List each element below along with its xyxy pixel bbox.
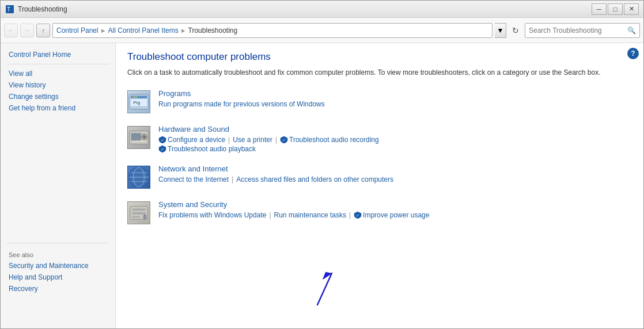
security-info: System and Security Fix problems with Wi… xyxy=(158,200,429,219)
hardware-info: Hardware and Sound ✓ Configure a device … xyxy=(158,125,379,153)
sep-3: | xyxy=(232,175,233,183)
main-area: Control Panel Home View all View history… xyxy=(1,43,643,328)
forward-button[interactable]: → xyxy=(20,24,34,37)
category-programs: Prg Programs Run programs made for previ… xyxy=(127,89,632,113)
link-maintenance-tasks[interactable]: Run maintenance tasks xyxy=(274,211,346,219)
svg-rect-24 xyxy=(132,212,146,215)
search-box: 🔍 xyxy=(525,23,640,38)
link-windows-update[interactable]: Fix problems with Windows Update xyxy=(158,211,266,219)
window-title: Troubleshooting xyxy=(18,5,592,13)
minimize-button[interactable]: ─ xyxy=(592,3,607,15)
maximize-button[interactable]: □ xyxy=(608,3,623,15)
link-shared-files[interactable]: Access shared files and folders on other… xyxy=(236,175,393,183)
titlebar: T Troubleshooting ─ □ ✕ xyxy=(1,1,643,18)
svg-rect-23 xyxy=(132,208,146,211)
search-icon: 🔍 xyxy=(627,26,636,35)
addressbar: ← → ↑ Control Panel ► All Control Panel … xyxy=(1,18,643,43)
sep-4: | xyxy=(269,211,271,219)
svg-rect-10 xyxy=(131,133,141,140)
sep-1: | xyxy=(228,136,230,144)
network-icon xyxy=(127,166,150,189)
svg-point-7 xyxy=(136,97,137,98)
path-sep-2: ► xyxy=(180,27,187,34)
hardware-icon xyxy=(127,126,150,149)
sidebar-view-history[interactable]: View history xyxy=(1,79,115,91)
address-dropdown[interactable]: ▼ xyxy=(495,23,506,38)
page-title: Troubleshoot computer problems xyxy=(127,51,632,63)
shield-audio-rec: ✓ xyxy=(280,136,288,144)
cursor-arrow xyxy=(312,267,346,315)
security-icon xyxy=(127,201,150,224)
category-network: Network and Internet Connect to the Inte… xyxy=(127,164,632,189)
sidebar-divider-2 xyxy=(6,243,109,243)
sidebar: Control Panel Home View all View history… xyxy=(1,43,116,328)
refresh-button[interactable]: ↻ xyxy=(509,24,522,37)
svg-text:✓: ✓ xyxy=(161,147,164,151)
sidebar-change-settings[interactable]: Change settings xyxy=(1,91,115,102)
window: T Troubleshooting ─ □ ✕ ← → ↑ Control Pa… xyxy=(0,0,644,329)
shield-configure: ✓ xyxy=(158,136,166,144)
link-power-usage[interactable]: Improve power usage xyxy=(363,211,429,219)
sidebar-security-maintenance[interactable]: Security and Maintenance xyxy=(1,260,115,271)
sep-5: | xyxy=(349,211,351,219)
sidebar-view-all[interactable]: View all xyxy=(1,68,115,79)
address-path: Control Panel ► All Control Panel Items … xyxy=(52,23,493,38)
path-allitems[interactable]: All Control Panel Items xyxy=(108,26,179,35)
path-current: Troubleshooting xyxy=(188,26,238,35)
shield-power: ✓ xyxy=(354,211,362,219)
svg-text:T: T xyxy=(7,6,10,13)
app-icon: T xyxy=(5,5,14,14)
close-button[interactable]: ✕ xyxy=(624,3,639,15)
network-title[interactable]: Network and Internet xyxy=(158,164,393,173)
sidebar-get-help[interactable]: Get help from a friend xyxy=(1,102,115,114)
path-controlpanel[interactable]: Control Panel xyxy=(56,26,99,35)
svg-rect-4 xyxy=(131,96,147,99)
category-hardware: Hardware and Sound ✓ Configure a device … xyxy=(127,125,632,153)
help-button[interactable]: ? xyxy=(627,48,639,59)
svg-rect-27 xyxy=(145,214,146,216)
link-audio-playback[interactable]: Troubleshoot audio playback xyxy=(168,145,256,153)
path-sep-1: ► xyxy=(100,27,107,34)
hardware-links: ✓ Configure a device | Use a printer | ✓… xyxy=(158,136,379,144)
svg-text:✓: ✓ xyxy=(356,213,359,217)
up-button[interactable]: ↑ xyxy=(36,24,50,37)
programs-info: Programs Run programs made for previous … xyxy=(158,89,325,108)
sidebar-recovery[interactable]: Recovery xyxy=(1,283,115,294)
link-connect-internet[interactable]: Connect to the Internet xyxy=(158,175,229,183)
security-title[interactable]: System and Security xyxy=(158,200,429,209)
link-audio-recording[interactable]: Troubleshoot audio recording xyxy=(289,136,379,144)
svg-point-6 xyxy=(134,97,135,98)
network-info: Network and Internet Connect to the Inte… xyxy=(158,164,393,183)
see-also-title: See also xyxy=(1,247,115,260)
shield-audio-play: ✓ xyxy=(158,145,166,153)
sep-2: | xyxy=(275,136,277,144)
svg-point-5 xyxy=(131,97,132,98)
sidebar-control-panel-home[interactable]: Control Panel Home xyxy=(1,49,115,60)
svg-rect-25 xyxy=(132,216,140,218)
search-input[interactable] xyxy=(529,26,627,35)
sidebar-help-support[interactable]: Help and Support xyxy=(1,271,115,283)
svg-line-29 xyxy=(317,273,332,305)
back-button[interactable]: ← xyxy=(4,24,18,37)
link-use-printer[interactable]: Use a printer xyxy=(233,136,272,144)
window-controls: ─ □ ✕ xyxy=(592,3,639,15)
security-links: Fix problems with Windows Update | Run m… xyxy=(158,211,429,219)
sidebar-divider-1 xyxy=(6,64,109,64)
programs-subtitle[interactable]: Run programs made for previous versions … xyxy=(158,100,325,108)
svg-point-12 xyxy=(143,136,146,138)
network-links: Connect to the Internet | Access shared … xyxy=(158,175,393,183)
programs-title[interactable]: Programs xyxy=(158,89,325,98)
hardware-title[interactable]: Hardware and Sound xyxy=(158,125,379,133)
page-description: Click on a task to automatically trouble… xyxy=(127,67,632,78)
category-security: System and Security Fix problems with Wi… xyxy=(127,200,632,224)
programs-icon: Prg xyxy=(127,90,150,113)
content-area: ? Troubleshoot computer problems Click o… xyxy=(116,43,643,328)
hardware-links-2: ✓ Troubleshoot audio playback xyxy=(158,145,379,153)
link-configure-device[interactable]: Configure a device xyxy=(168,136,225,144)
svg-rect-13 xyxy=(132,141,145,142)
svg-text:Prg: Prg xyxy=(134,100,141,105)
svg-text:✓: ✓ xyxy=(161,138,164,142)
svg-text:✓: ✓ xyxy=(282,138,286,142)
